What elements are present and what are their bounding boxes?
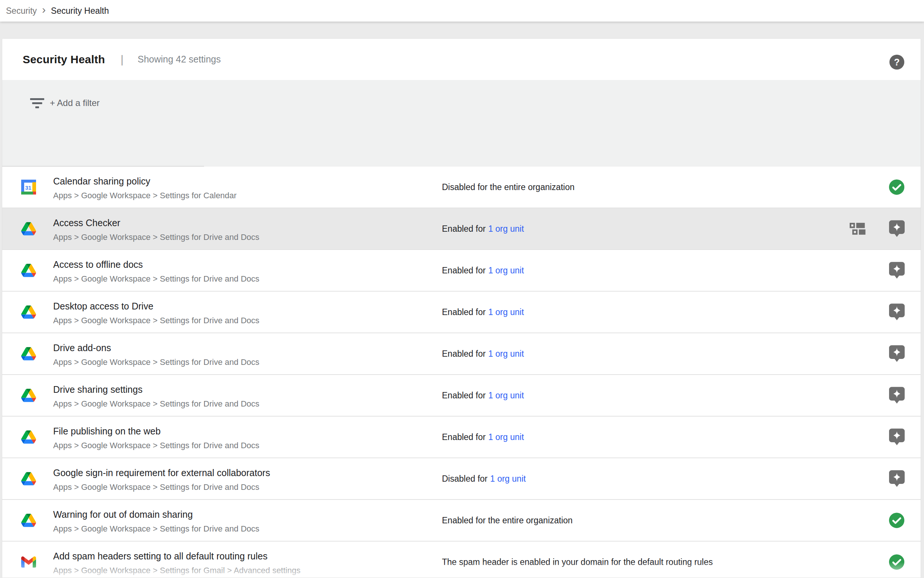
security-health-card: Security Health | Showing 42 settings ? … (2, 38, 921, 578)
org-unit-link[interactable]: 1 org unit (489, 307, 524, 317)
setting-name: Drive add-ons (53, 342, 259, 353)
setting-path: Apps > Google Workspace > Settings for D… (53, 482, 270, 492)
setting-name: File publishing on the web (53, 425, 259, 437)
recommendation-flag-icon[interactable] (889, 429, 905, 446)
setting-path: Apps > Google Workspace > Settings for D… (53, 232, 259, 242)
status-text: Enabled for (442, 224, 486, 234)
status-text: The spam header is enabled in your domai… (442, 557, 713, 567)
org-unit-link[interactable]: 1 org unit (489, 224, 524, 234)
setting-name: Google sign-in requirement for external … (53, 467, 270, 478)
setting-path: Apps > Google Workspace > Settings for D… (53, 315, 259, 326)
breadcrumb-current: Security Health (51, 6, 109, 16)
drive-icon (21, 264, 36, 277)
row-calendar-sharing-policy[interactable]: Calendar sharing policy Apps > Google Wo… (2, 167, 921, 208)
status-text: Disabled for the entire organization (442, 182, 574, 192)
drive-icon (21, 430, 36, 444)
recommendation-flag-icon[interactable] (889, 220, 905, 237)
calendar-icon (21, 180, 36, 195)
drive-icon (21, 305, 36, 319)
breadcrumb: Security › Security Health (0, 0, 924, 21)
drive-icon (21, 472, 36, 485)
status-text: Enabled for (442, 391, 486, 401)
setting-name: Calendar sharing policy (53, 175, 237, 187)
settings-table: Calendar sharing policy Apps > Google Wo… (2, 167, 921, 578)
org-unit-link[interactable]: 1 org unit (489, 266, 524, 276)
drive-icon (21, 389, 36, 402)
title-divider: | (120, 53, 123, 66)
recommendation-flag-icon[interactable] (889, 345, 905, 362)
help-icon[interactable]: ? (890, 55, 904, 70)
recommendation-flag-icon[interactable] (889, 470, 905, 487)
status-ok-icon (888, 554, 905, 571)
setting-path: Apps > Google Workspace > Settings for D… (53, 440, 259, 451)
org-unit-link[interactable]: 1 org unit (489, 432, 524, 442)
drive-icon (21, 222, 36, 235)
setting-name: Access Checker (53, 217, 259, 228)
filter-and-header-band: + Add a filter Setting name Status i (2, 80, 921, 167)
settings-count: Showing 42 settings (138, 54, 221, 65)
setting-path: Apps > Google Workspace > Settings for G… (53, 565, 300, 576)
row-add-spam-headers-setting[interactable]: Add spam headers setting to all default … (2, 542, 921, 578)
setting-path: Apps > Google Workspace > Settings for D… (53, 399, 259, 409)
breadcrumb-parent-link[interactable]: Security (6, 6, 37, 16)
row-google-sign-in-requirement[interactable]: Google sign-in requirement for external … (2, 458, 921, 500)
setting-path: Apps > Google Workspace > Settings for C… (53, 190, 237, 201)
filter-icon[interactable] (29, 97, 45, 110)
setting-name: Desktop access to Drive (53, 300, 259, 312)
row-drive-sharing-settings[interactable]: Drive sharing settings Apps > Google Wor… (2, 375, 921, 417)
row-access-checker[interactable]: Access Checker Apps > Google Workspace >… (2, 208, 921, 250)
gmail-icon (21, 557, 36, 568)
status-text: Enabled for (442, 349, 486, 359)
org-unit-link[interactable]: 1 org unit (489, 349, 524, 359)
status-text: Enabled for (442, 307, 486, 317)
status-ok-icon (888, 512, 905, 529)
setting-name: Add spam headers setting to all default … (53, 550, 300, 562)
row-warning-for-out-of-domain-sharing[interactable]: Warning for out of domain sharing Apps >… (2, 500, 921, 542)
drive-icon (21, 514, 36, 527)
status-text: Enabled for the entire organization (442, 516, 573, 526)
setting-path: Apps > Google Workspace > Settings for D… (53, 524, 259, 534)
org-unit-link[interactable]: 1 org unit (490, 474, 526, 484)
row-access-to-offline-docs[interactable]: Access to offline docs Apps > Google Wor… (2, 250, 921, 292)
row-drive-add-ons[interactable]: Drive add-ons Apps > Google Workspace > … (2, 333, 921, 375)
row-file-publishing-on-the-web[interactable]: File publishing on the web Apps > Google… (2, 417, 921, 458)
recommendation-flag-icon[interactable] (889, 262, 905, 279)
status-text: Disabled for (442, 474, 488, 484)
recommendation-flag-icon[interactable] (889, 387, 905, 404)
row-desktop-access-to-drive[interactable]: Desktop access to Drive Apps > Google Wo… (2, 292, 921, 333)
recommendation-flag-icon[interactable] (889, 304, 905, 321)
setting-path: Apps > Google Workspace > Settings for D… (53, 357, 259, 367)
status-text: Enabled for (442, 266, 486, 276)
org-units-icon (850, 222, 867, 235)
setting-path: Apps > Google Workspace > Settings for D… (53, 274, 259, 284)
drive-icon (21, 347, 36, 360)
setting-name: Drive sharing settings (53, 384, 259, 395)
breadcrumb-chevron-icon: › (42, 4, 46, 15)
card-header: Security Health | Showing 42 settings ? (2, 39, 921, 80)
org-unit-link[interactable]: 1 org unit (489, 391, 524, 401)
setting-name: Access to offline docs (53, 259, 259, 270)
status-text: Enabled for (442, 432, 486, 442)
add-filter-button[interactable]: + Add a filter (50, 80, 100, 126)
setting-name: Warning for out of domain sharing (53, 509, 259, 520)
page-title: Security Health (23, 53, 105, 66)
status-ok-icon (888, 179, 905, 196)
